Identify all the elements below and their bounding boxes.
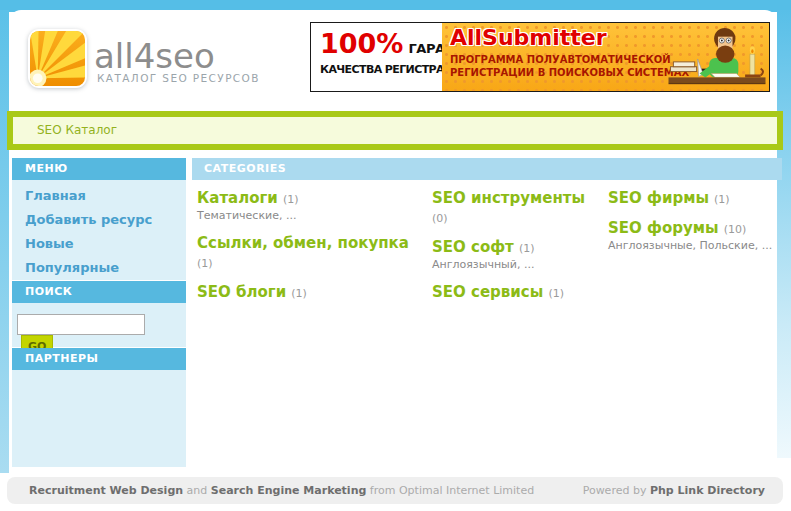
category-count: (1) — [548, 287, 564, 300]
category-link[interactable]: SEO фирмы — [608, 189, 709, 207]
category-link[interactable]: SEO блоги — [197, 283, 286, 301]
sidebar-item-add-resource[interactable]: Добавить ресурс — [12, 208, 186, 232]
category-count: (1) — [519, 242, 535, 255]
banner-desc-line2: РЕГИСТРАЦИИ В ПОИСКОВЫХ СИСТЕМАХ — [450, 67, 689, 78]
site-tagline: КАТАЛОГ SEO РЕСУРСОВ — [97, 72, 260, 84]
menu-section-title: МЕНЮ — [12, 158, 186, 180]
categories-column-2: SEO инструменты (0) SEO софт (1) Англояз… — [432, 188, 604, 312]
category-seo-blogi: SEO блоги (1) — [197, 282, 425, 301]
category-seo-servisy: SEO сервисы (1) — [432, 282, 604, 301]
sidebar-item-new[interactable]: Новые — [12, 232, 186, 256]
banner-product-panel: AllSubmitter ПРОГРАММА ПОЛУАВТОМАТИЧЕСКО… — [442, 23, 769, 91]
footer-credits: Recruitment Web Design and Search Engine… — [29, 477, 534, 504]
category-count: (0) — [432, 212, 448, 225]
category-ssylki: Ссылки, обмен, покупка (1) — [197, 233, 425, 271]
category-seo-instrumenty: SEO инструменты (0) — [432, 188, 604, 226]
footer-sep-and: and — [183, 484, 211, 497]
sidebar-item-popular[interactable]: Популярные — [12, 256, 186, 280]
categories-column-1: Каталоги (1) Тематические, ... Ссылки, о… — [197, 188, 425, 312]
search-section: GO — [12, 303, 186, 347]
page-frame-left — [0, 10, 9, 473]
search-section-title: ПОИСК — [12, 281, 186, 303]
category-seo-soft: SEO софт (1) Англоязычный, ... — [432, 237, 604, 271]
site-title: all4seo — [94, 36, 215, 76]
writing-man-illustration — [667, 26, 767, 90]
category-seo-firmy: SEO фирмы (1) — [608, 188, 780, 207]
category-subtext: Англоязычные, Польские, ... — [608, 239, 780, 252]
category-link[interactable]: SEO софт — [432, 238, 514, 256]
category-count: (1) — [197, 257, 213, 270]
banner-percent: 100% — [320, 29, 403, 59]
categories-header: CATEGORIES — [192, 158, 782, 180]
category-count: (1) — [714, 193, 730, 206]
category-link[interactable]: SEO форумы — [608, 219, 719, 237]
category-link[interactable]: Ссылки, обмен, покупка — [197, 234, 409, 252]
allsubmitter-banner-ad[interactable]: 100% ГАРАНТИЯ КАЧЕСТВА РЕГИСТРАЦИИ AllSu… — [310, 22, 770, 92]
site-logo[interactable] — [28, 29, 87, 88]
footer: Recruitment Web Design and Search Engine… — [7, 477, 783, 504]
banner-desc-line1: ПРОГРАММА ПОЛУАВТОМАТИЧЕСКОЙ — [450, 54, 671, 65]
category-subtext: Англоязычный, ... — [432, 258, 604, 271]
partners-section-title: ПАРТНЕРЫ — [12, 348, 186, 370]
categories-column-3: SEO фирмы (1) SEO форумы (10) Англоязычн… — [608, 188, 780, 263]
category-seo-forumy: SEO форумы (10) Англоязычные, Польские, … — [608, 218, 780, 252]
category-link[interactable]: Каталоги — [197, 189, 278, 207]
footer-powered-prefix: Powered by — [583, 484, 650, 497]
category-count: (1) — [283, 193, 299, 206]
category-link[interactable]: SEO сервисы — [432, 283, 543, 301]
banner-guarantee-panel: 100% ГАРАНТИЯ КАЧЕСТВА РЕГИСТРАЦИИ — [311, 23, 442, 91]
breadcrumb: SEO Каталог — [7, 111, 783, 150]
footer-link-web-design[interactable]: Recruitment Web Design — [29, 484, 183, 497]
category-katalogi: Каталоги (1) Тематические, ... — [197, 188, 425, 222]
menu-section: Главная Добавить ресурс Новые Популярные — [12, 180, 186, 280]
category-link[interactable]: SEO инструменты — [432, 189, 585, 207]
footer-link-phpld[interactable]: Php Link Directory — [650, 484, 765, 497]
search-input[interactable] — [17, 314, 145, 335]
category-subtext: Тематические, ... — [197, 209, 425, 222]
category-count: (1) — [291, 287, 307, 300]
sidebar-item-home[interactable]: Главная — [12, 184, 186, 208]
footer-powered: Powered by Php Link Directory — [583, 477, 765, 504]
footer-link-sem[interactable]: Search Engine Marketing — [211, 484, 367, 497]
partners-section — [12, 370, 186, 467]
sun-logo-icon — [30, 31, 85, 86]
banner-guarantee-line2: КАЧЕСТВА РЕГИСТРАЦИИ — [320, 63, 436, 76]
category-count: (10) — [724, 223, 747, 236]
footer-sep-from: from Optimal Internet Limited — [366, 484, 534, 497]
breadcrumb-label: SEO Каталог — [13, 117, 777, 137]
